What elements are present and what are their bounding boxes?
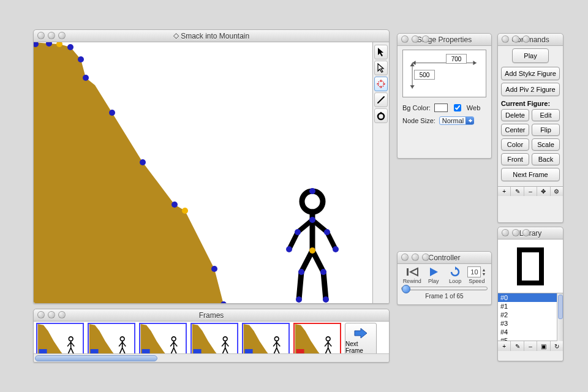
close-button[interactable]	[502, 229, 509, 236]
frames-titlebar[interactable]: Frames	[34, 309, 389, 322]
stage-width-input[interactable]	[446, 54, 467, 64]
circle-tool[interactable]	[374, 108, 388, 123]
close-button[interactable]	[502, 36, 509, 43]
edit-button[interactable]: Edit	[532, 109, 560, 121]
minimize-button[interactable]	[48, 311, 55, 318]
minimize-button[interactable]	[412, 36, 419, 43]
node-size-select[interactable]: Normal	[439, 117, 474, 124]
polyfill-tool[interactable]	[374, 77, 388, 91]
lib-edit-icon[interactable]: ✎	[511, 341, 524, 351]
stage-titlebar[interactable]: Stage Properties	[398, 34, 491, 46]
library-scrollbar[interactable]	[557, 293, 563, 341]
library-item[interactable]: #2	[498, 311, 563, 319]
zoom-button[interactable]	[522, 229, 530, 236]
frames-window: Frames Next Frame	[33, 309, 390, 363]
poly-node[interactable]	[78, 56, 84, 62]
back-button[interactable]: Back	[532, 153, 560, 165]
svg-point-28	[120, 337, 124, 341]
svg-point-6	[333, 246, 339, 252]
zoom-button[interactable]	[422, 254, 429, 261]
library-titlebar[interactable]: Library	[498, 227, 563, 239]
main-titlebar[interactable]: ◇ Smack into Mountain	[34, 30, 389, 42]
poly-node[interactable]	[172, 202, 178, 208]
stage-height-input[interactable]	[414, 70, 435, 80]
close-button[interactable]	[37, 311, 45, 318]
poly-node[interactable]	[109, 110, 115, 116]
poly-node[interactable]	[211, 266, 217, 272]
svg-line-45	[225, 342, 229, 347]
subselect-tool[interactable]	[374, 61, 388, 75]
frame-slider[interactable]	[401, 287, 488, 290]
poly-node[interactable]	[182, 208, 188, 214]
poly-node[interactable]	[140, 159, 146, 165]
cmd-move-icon[interactable]: ✥	[537, 187, 550, 196]
frames-scrollbar[interactable]	[34, 353, 389, 362]
svg-rect-65	[519, 250, 541, 283]
loop-button[interactable]: Loop	[446, 266, 464, 284]
next-frame-button[interactable]: Next Frame	[501, 168, 560, 181]
rewind-button[interactable]: Rewind	[403, 266, 421, 284]
play-button[interactable]: Play	[512, 48, 549, 63]
center-button[interactable]: Center	[501, 124, 529, 136]
stick-figure[interactable]	[286, 188, 339, 303]
library-item[interactable]: #5	[498, 336, 563, 341]
cmd-edit-icon[interactable]: ✎	[511, 187, 524, 196]
web-checkbox[interactable]	[454, 104, 461, 111]
delete-button[interactable]: Delete	[501, 109, 529, 121]
frames-strip: Next Frame	[34, 322, 389, 353]
mountain-shape[interactable]	[34, 42, 224, 303]
cmd-remove-icon[interactable]: –	[524, 187, 537, 196]
lib-add-icon[interactable]: +	[498, 341, 511, 351]
stage-canvas[interactable]	[34, 42, 389, 303]
cmd-gear-icon[interactable]: ⚙	[551, 187, 563, 196]
scrollbar-thumb[interactable]	[35, 355, 157, 361]
stage-properties-window: Stage Properties Bg Color: Web Node Size…	[397, 33, 492, 159]
minimize-button[interactable]	[512, 36, 519, 43]
main-window: ◇ Smack into Mountain	[33, 29, 390, 304]
lib-refresh-icon[interactable]: ↻	[551, 341, 563, 351]
svg-point-1	[309, 217, 315, 223]
speed-stepper[interactable]: 10▲▼ Speed	[467, 266, 486, 284]
svg-point-49	[274, 337, 279, 341]
controller-titlebar[interactable]: Controller	[398, 252, 491, 264]
close-button[interactable]	[401, 36, 409, 43]
library-item[interactable]: #1	[498, 302, 563, 311]
svg-point-19	[380, 112, 382, 113]
lib-remove-icon[interactable]: –	[524, 341, 537, 351]
web-label: Web	[467, 104, 480, 111]
svg-point-4	[286, 246, 292, 252]
poly-node[interactable]	[83, 75, 89, 81]
zoom-button[interactable]	[58, 311, 66, 318]
select-tool[interactable]	[374, 45, 388, 59]
zoom-button[interactable]	[422, 36, 429, 43]
line-tool[interactable]	[374, 92, 388, 107]
poly-node[interactable]	[67, 44, 74, 50]
add-stykz-figure-button[interactable]: Add Stykz Figure	[501, 67, 560, 80]
close-button[interactable]	[37, 32, 45, 39]
front-button[interactable]: Front	[501, 153, 529, 165]
lib-folder-icon[interactable]: ▣	[537, 341, 550, 351]
library-list[interactable]: #0#1#2#3#4#5	[498, 293, 563, 341]
zoom-button[interactable]	[522, 36, 530, 43]
svg-point-42	[223, 337, 227, 341]
bg-color-swatch[interactable]	[434, 104, 448, 112]
zoom-button[interactable]	[58, 32, 66, 39]
slider-knob[interactable]	[402, 285, 410, 293]
scale-button[interactable]: Scale	[532, 138, 560, 151]
minimize-button[interactable]	[48, 32, 55, 39]
play-button[interactable]: Play	[424, 266, 443, 284]
commands-titlebar[interactable]: Commands	[498, 34, 563, 46]
library-item[interactable]: #4	[498, 328, 563, 336]
cmd-add-icon[interactable]: +	[498, 187, 511, 196]
add-piv2-figure-button[interactable]: Add Piv 2 Figure	[501, 83, 560, 96]
minimize-button[interactable]	[512, 229, 519, 236]
flip-button[interactable]: Flip	[532, 124, 560, 136]
frames-title: Frames	[34, 311, 389, 320]
close-button[interactable]	[401, 254, 409, 261]
library-item[interactable]: #0	[498, 293, 563, 302]
library-item[interactable]: #3	[498, 319, 563, 328]
svg-line-38	[174, 342, 178, 347]
minimize-button[interactable]	[412, 254, 419, 261]
traffic-lights[interactable]	[37, 32, 66, 39]
color-button[interactable]: Color	[501, 138, 529, 151]
